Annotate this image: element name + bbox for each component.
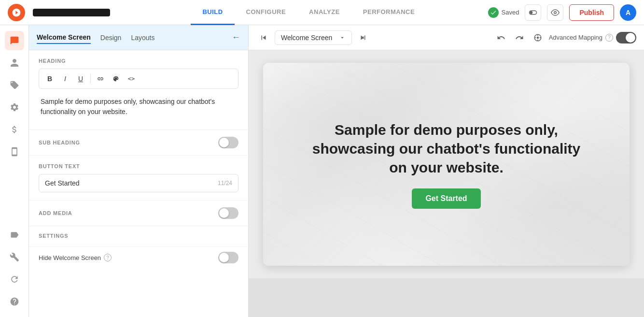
- svg-point-2: [554, 11, 557, 14]
- canvas-content: Sample for demo purposes only, showcasin…: [249, 50, 644, 278]
- nav-tab-analyze[interactable]: ANALYZE: [297, 0, 351, 25]
- underline-button[interactable]: U: [74, 72, 87, 86]
- code-button[interactable]: <>: [125, 72, 138, 86]
- hide-welcome-toggle[interactable]: [218, 252, 238, 263]
- preview-heading: Sample for demo purposes only, showcasin…: [302, 120, 591, 177]
- italic-button[interactable]: I: [58, 72, 72, 86]
- sidebar-item-tools[interactable]: [5, 247, 24, 267]
- last-screen-button[interactable]: [356, 30, 370, 45]
- main-layout: Welcome Screen Design Layouts ← HEADING …: [0, 25, 644, 317]
- app-name: [33, 9, 110, 16]
- char-count: 11/24: [218, 180, 232, 187]
- panel-back-button[interactable]: ←: [232, 32, 240, 43]
- button-text-input[interactable]: [45, 179, 218, 187]
- bold-button[interactable]: B: [43, 72, 56, 86]
- saved-check-icon: [488, 7, 499, 18]
- canvas-area: Welcome Screen Advanced Mapping: [249, 25, 644, 317]
- sidebar-item-mobile[interactable]: [5, 142, 24, 161]
- add-media-label: ADD MEDIA: [39, 210, 72, 216]
- color-button[interactable]: [109, 72, 123, 86]
- nav-tab-performance[interactable]: PERFORMANCE: [351, 0, 426, 25]
- panel-header: Welcome Screen Design Layouts ←: [29, 25, 248, 50]
- text-toolbar: B I U <>: [39, 69, 238, 89]
- preview-card: Sample for demo purposes only, showcasin…: [263, 63, 630, 266]
- panel: Welcome Screen Design Layouts ← HEADING …: [29, 25, 249, 317]
- avatar[interactable]: A: [620, 4, 636, 21]
- toolbar-divider: [90, 74, 91, 84]
- panel-tab-design[interactable]: Design: [100, 32, 122, 43]
- panel-tab-welcome[interactable]: Welcome Screen: [37, 31, 91, 44]
- hide-welcome-row: Hide Welcome Screen ?: [29, 247, 248, 268]
- toggle-switch-btn[interactable]: [525, 4, 541, 21]
- canvas-bottom-strip: [249, 278, 644, 317]
- nav-tabs: BUILD CONFIGURE ANALYZE PERFORMANCE: [129, 0, 488, 25]
- svg-point-1: [530, 11, 532, 14]
- publish-button[interactable]: Publish: [569, 4, 614, 21]
- link-button[interactable]: [94, 72, 107, 86]
- heading-text[interactable]: Sample for demo purposes only, showcasin…: [39, 93, 238, 122]
- sidebar-item-refresh[interactable]: [5, 270, 24, 289]
- panel-body: HEADING B I U <> Sample for demo purpose…: [29, 50, 248, 317]
- redo-button[interactable]: [512, 30, 527, 45]
- advanced-mapping-control: Advanced Mapping ?: [549, 32, 636, 43]
- saved-badge: Saved: [488, 7, 519, 18]
- screen-selector[interactable]: Welcome Screen: [275, 30, 352, 45]
- sidebar-item-tag[interactable]: [5, 75, 24, 95]
- advanced-mapping-label: Advanced Mapping: [549, 34, 602, 41]
- nav-right: Saved Publish A: [488, 4, 636, 21]
- canvas-toolbar: Welcome Screen Advanced Mapping: [249, 25, 644, 50]
- sidebar-item-user[interactable]: [5, 53, 24, 72]
- sub-heading-toggle[interactable]: [218, 137, 238, 148]
- nav-tab-configure[interactable]: CONFIGURE: [235, 0, 298, 25]
- add-media-row: ADD MEDIA: [29, 201, 248, 226]
- first-screen-button[interactable]: [256, 30, 271, 45]
- sub-heading-row: SUB HEADING: [29, 130, 248, 156]
- hide-welcome-info-icon[interactable]: ?: [104, 254, 112, 261]
- svg-point-4: [536, 36, 539, 39]
- canvas-right-controls: Advanced Mapping ?: [494, 30, 636, 45]
- sidebar-item-labels[interactable]: [5, 225, 24, 245]
- undo-button[interactable]: [494, 30, 508, 45]
- panel-tab-layouts[interactable]: Layouts: [131, 32, 154, 43]
- heading-label: HEADING: [39, 58, 238, 64]
- preview-btn[interactable]: [547, 4, 563, 21]
- heading-section: HEADING B I U <> Sample for demo purpose…: [29, 50, 248, 130]
- screen-name: Welcome Screen: [281, 34, 332, 42]
- get-started-button[interactable]: Get Started: [412, 188, 480, 209]
- sidebar-item-settings[interactable]: [5, 98, 24, 117]
- sidebar-item-help[interactable]: [5, 292, 24, 311]
- settings-label: SETTINGS: [39, 233, 238, 239]
- top-nav: BUILD CONFIGURE ANALYZE PERFORMANCE Save…: [0, 0, 644, 25]
- button-text-label: BUTTON TEXT: [39, 163, 238, 169]
- button-text-section: BUTTON TEXT 11/24: [29, 156, 248, 201]
- app-logo: [8, 4, 25, 21]
- sub-heading-label: SUB HEADING: [39, 140, 80, 145]
- sidebar-item-chatbot[interactable]: [5, 31, 24, 50]
- target-button[interactable]: [531, 30, 545, 45]
- settings-section: SETTINGS: [29, 226, 248, 247]
- advanced-mapping-info-icon[interactable]: ?: [605, 34, 613, 42]
- icon-sidebar: [0, 25, 29, 317]
- sidebar-item-billing[interactable]: [5, 120, 24, 139]
- add-media-toggle[interactable]: [218, 207, 238, 219]
- hide-welcome-label: Hide Welcome Screen ?: [39, 254, 112, 261]
- saved-label: Saved: [502, 9, 519, 16]
- button-text-input-row: 11/24: [39, 174, 238, 192]
- nav-tab-build[interactable]: BUILD: [191, 0, 234, 25]
- advanced-mapping-toggle[interactable]: [616, 32, 636, 43]
